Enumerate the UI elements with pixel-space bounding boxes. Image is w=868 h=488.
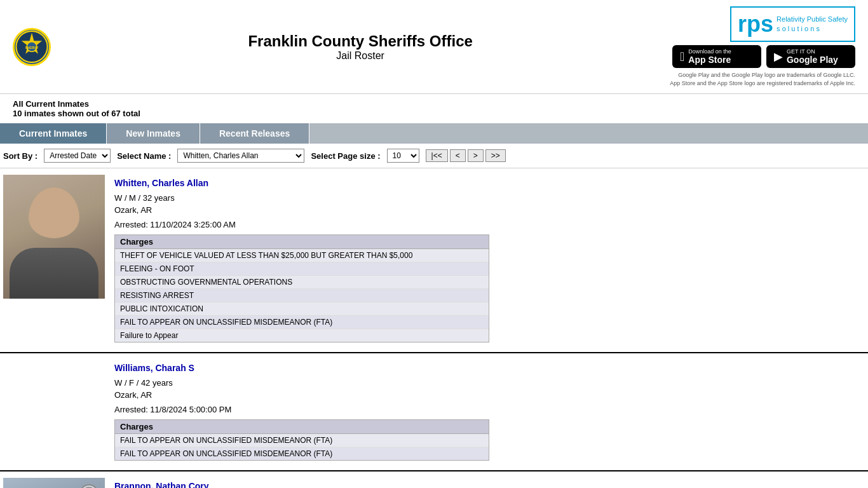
page-header: SHERIFF Franklin County Sheriffs Office … (0, 0, 868, 94)
inmate-record: Whitten, Charles Allan W / M / 32 years … (0, 168, 868, 353)
rps-tagline: Relativity Public Safety s o l u t i o n… (776, 15, 848, 34)
charge-row: FAIL TO APPEAR ON UNCLASSIFIED MISDEMEAN… (115, 434, 489, 447)
inmate-name[interactable]: Williams, Charah S (114, 363, 855, 373)
sheriff-logo-area: SHERIFF (13, 28, 51, 66)
charge-row: FAIL TO APPEAR ON UNCLASSIFIED MISDEMEAN… (115, 316, 489, 329)
sheriff-badge-icon: SHERIFF (13, 28, 51, 66)
inmates-summary: All Current Inmates 10 inmates shown out… (0, 94, 868, 123)
inmates-count-detail: 10 inmates shown out of 67 total (13, 109, 855, 118)
inmate-location: Ozark, AR (114, 205, 855, 215)
google-play-button[interactable]: ▶ GET IT ON Google Play (766, 45, 855, 68)
trademark-text: Google Play and the Google Play logo are… (670, 71, 855, 87)
select-name-label: Select Name : (117, 151, 171, 161)
inmate-name[interactable]: Whitten, Charles Allan (114, 178, 855, 188)
charge-row: PUBLIC INTOXICATION (115, 302, 489, 316)
inmate-photo (3, 175, 105, 299)
select-name-dropdown[interactable]: Whitten, Charles Allan (177, 149, 304, 163)
charge-row: OBSTRUCTING GOVERNMENTAL OPERATIONS (115, 276, 489, 289)
first-page-button[interactable]: |<< (426, 149, 448, 162)
tab-current-inmates[interactable]: Current Inmates (0, 123, 107, 144)
header-right-area: rps Relativity Public Safety s o l u t i… (670, 6, 855, 87)
inmate-arrested-date: Arrested: 11/10/2024 3:25:00 AM (114, 220, 855, 229)
apple-icon:  (680, 50, 684, 64)
inmates-count-title: All Current Inmates (13, 99, 855, 109)
last-page-button[interactable]: >> (485, 149, 506, 162)
rps-logo: rps Relativity Public Safety s o l u t i… (730, 6, 855, 42)
nav-tabs: Current Inmates New Inmates Recent Relea… (0, 123, 868, 144)
charge-row: FAIL TO APPEAR ON UNCLASSIFIED MISDEMEAN… (115, 447, 489, 460)
inmate-location: Ozark, AR (114, 390, 855, 400)
tab-recent-releases[interactable]: Recent Releases (200, 123, 309, 144)
charges-table: Charges THEFT OF VEHICLE VALUED AT LESS … (114, 234, 489, 342)
page-subtitle: Jail Roster (248, 50, 472, 62)
page-title: Franklin County Sheriffs Office (248, 32, 472, 50)
inmate-details: Whitten, Charles Allan W / M / 32 years … (105, 175, 865, 346)
charge-row: FLEEING - ON FOOT (115, 262, 489, 276)
tab-new-inmates[interactable]: New Inmates (107, 123, 200, 144)
inmate-name[interactable]: Brannon, Nathan Cory (114, 481, 855, 488)
inmate-demographics: W / M / 32 years (114, 193, 855, 203)
inmate-record: Williams, Charah S W / F / 42 years Ozar… (0, 353, 868, 471)
controls-row: Sort By : Arrested Date Name Release Dat… (0, 144, 868, 168)
app-download-buttons:  Download on the App Store ▶ GET IT ON … (672, 45, 855, 68)
pagination-controls: |<< < > >> (426, 149, 506, 162)
sort-by-select[interactable]: Arrested Date Name Release Date (44, 149, 111, 163)
inmate-arrested-date: Arrested: 11/8/2024 5:00:00 PM (114, 405, 855, 414)
app-store-button[interactable]:  Download on the App Store (672, 45, 761, 68)
charges-header: Charges (115, 235, 489, 249)
inmate-demographics: W / F / 42 years (114, 378, 855, 388)
charge-row: Failure to Appear (115, 329, 489, 342)
page-title-area: Franklin County Sheriffs Office Jail Ros… (248, 32, 472, 62)
page-size-select[interactable]: 10 25 50 100 (387, 149, 419, 163)
svg-text:SHERIFF: SHERIFF (25, 46, 39, 50)
inmate-photo (3, 478, 105, 488)
charges-table: Charges FAIL TO APPEAR ON UNCLASSIFIED M… (114, 419, 489, 461)
charge-row: THEFT OF VEHICLE VALUED AT LESS THAN $25… (115, 249, 489, 262)
rps-letters: rps (738, 11, 773, 37)
charges-header: Charges (115, 420, 489, 434)
inmate-details: Williams, Charah S W / F / 42 years Ozar… (105, 360, 865, 464)
google-play-icon: ▶ (774, 50, 783, 64)
prev-page-button[interactable]: < (450, 149, 466, 162)
next-page-button[interactable]: > (468, 149, 484, 162)
select-page-label: Select Page size : (311, 151, 380, 161)
inmate-no-photo (3, 360, 105, 464)
inmate-record: Brannon, Nathan Cory W / M / 35 years Oz… (0, 471, 868, 488)
inmate-details: Brannon, Nathan Cory W / M / 35 years Oz… (105, 478, 865, 488)
sort-by-label: Sort By : (3, 151, 37, 161)
charge-row: RESISTING ARREST (115, 289, 489, 302)
